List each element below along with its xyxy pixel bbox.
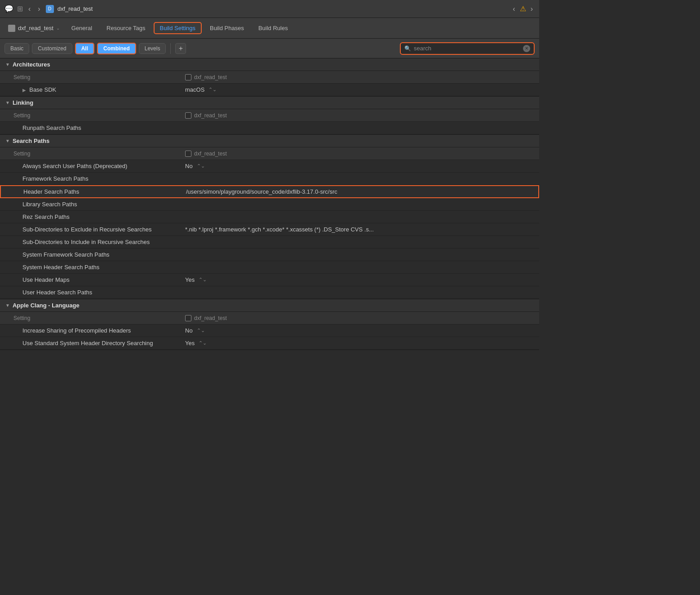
table-row[interactable]: Use Standard System Header Directory Sea… [0, 337, 539, 350]
table-row[interactable]: Library Search Paths [0, 198, 539, 211]
stepper-icon: ⌃⌄ [199, 277, 207, 283]
col-value [180, 265, 539, 270]
col-setting: Runpath Search Paths [0, 122, 180, 133]
section-architectures-header[interactable]: ▼ Architectures [0, 58, 539, 71]
header-search-paths-row[interactable]: Header Search Paths /users/simon/playgro… [0, 185, 539, 198]
table-row[interactable]: ▶ Base SDK macOS ⌃⌄ [0, 84, 539, 96]
tab-general[interactable]: General [65, 22, 98, 34]
section-apple-clang-header[interactable]: ▼ Apple Clang - Language [0, 299, 539, 312]
col-value [180, 290, 539, 295]
table-row[interactable]: System Header Search Paths [0, 261, 539, 274]
linking-table: Setting dxf_read_test Runpath Search Pat… [0, 109, 539, 134]
warning-icon: ⚠ [520, 4, 526, 13]
filter-basic-button[interactable]: Basic [4, 43, 29, 54]
table-row[interactable]: Framework Search Paths [0, 173, 539, 185]
project-icon [8, 25, 15, 32]
chevron-icon: ⌄ [56, 26, 60, 31]
col-setting: Use Standard System Header Directory Sea… [0, 337, 180, 349]
filter-levels-button[interactable]: Levels [139, 43, 166, 54]
header-value-text: dxf_read_test [194, 151, 227, 157]
col-setting: Framework Search Paths [0, 173, 180, 184]
section-linking: ▼ Linking Setting dxf_read_test Runpath … [0, 97, 539, 135]
search-paths-table: Setting dxf_read_test Always Search User… [0, 147, 539, 299]
col-value: No ⌃⌄ [180, 325, 539, 336]
col-setting: ▶ Base SDK [0, 84, 180, 95]
table-row[interactable]: System Framework Search Paths [0, 249, 539, 261]
filter-customized-button[interactable]: Customized [32, 43, 72, 54]
project-selector[interactable]: dxf_read_test ⌄ [4, 23, 63, 34]
col-setting-header: Setting [0, 110, 180, 121]
project-value-icon [185, 74, 191, 80]
col-setting-header: Setting [0, 148, 180, 159]
apple-clang-table: Setting dxf_read_test Increase Sharing o… [0, 312, 539, 350]
col-value: Yes ⌃⌄ [180, 337, 539, 349]
col-value-header: dxf_read_test [180, 110, 539, 121]
table-row[interactable]: Use Header Maps Yes ⌃⌄ [0, 274, 539, 286]
search-input[interactable] [414, 45, 520, 52]
table-row[interactable]: Always Search User Paths (Deprecated) No… [0, 160, 539, 173]
tab-build-rules[interactable]: Build Rules [252, 22, 294, 34]
col-setting: System Framework Search Paths [0, 249, 180, 260]
expand-arrow-icon: ▶ [22, 88, 26, 93]
filter-add-button[interactable]: + [175, 43, 186, 54]
project-value-icon [185, 315, 191, 321]
titlebar-title: dxf_read_test [58, 5, 93, 12]
search-box: 🔍 ✕ [400, 42, 535, 55]
col-value: No ⌃⌄ [180, 160, 539, 172]
col-setting: Library Search Paths [0, 199, 180, 210]
titlebar: 💬 ⊞ ‹ › D dxf_read_test ‹ ⚠ › [0, 0, 539, 18]
table-row[interactable]: Increase Sharing of Precompiled Headers … [0, 324, 539, 337]
section-architectures: ▼ Architectures Setting dxf_read_test ▶ [0, 58, 539, 97]
col-value [180, 240, 539, 244]
col-value [180, 215, 539, 219]
project-value-icon [185, 151, 191, 157]
nav-forward-button[interactable]: › [36, 4, 42, 14]
col-setting: User Header Search Paths [0, 287, 180, 298]
col-setting-header: Setting [0, 72, 180, 83]
col-value: *.nib *.lproj *.framework *.gch *.xcode*… [180, 224, 539, 235]
nav-prev-button[interactable]: ‹ [511, 4, 517, 14]
tab-resource-tags[interactable]: Resource Tags [100, 22, 151, 34]
table-row[interactable]: Runpath Search Paths [0, 122, 539, 134]
col-setting-header-search: Header Search Paths [1, 186, 181, 197]
filter-combined-button[interactable]: Combined [97, 43, 136, 54]
header-value-text: dxf_read_test [194, 74, 227, 80]
section-toggle-icon: ▼ [5, 303, 10, 308]
stepper-icon: ⌃⌄ [199, 340, 207, 346]
filter-all-button[interactable]: All [75, 43, 94, 54]
section-toggle-icon: ▼ [5, 62, 10, 67]
table-row[interactable]: Sub-Directories to Include in Recursive … [0, 236, 539, 249]
header-value-text: dxf_read_test [194, 315, 227, 321]
filter-bar: Basic Customized All Combined Levels + 🔍… [0, 39, 539, 58]
main-layout: ▼ Architectures Setting dxf_read_test ▶ [0, 58, 539, 350]
table-row: Setting dxf_read_test [0, 109, 539, 122]
col-setting: Sub-Directories to Include in Recursive … [0, 236, 180, 248]
section-linking-title: Linking [13, 99, 33, 106]
section-search-paths-title: Search Paths [13, 138, 49, 144]
col-setting: Increase Sharing of Precompiled Headers [0, 325, 180, 336]
stepper-icon: ⌃⌄ [197, 163, 205, 169]
table-row[interactable]: User Header Search Paths [0, 286, 539, 299]
search-clear-button[interactable]: ✕ [523, 45, 530, 52]
col-setting: Sub-Directories to Exclude in Recursive … [0, 224, 180, 235]
col-setting: Rez Search Paths [0, 211, 180, 222]
nav-back-button[interactable]: ‹ [27, 4, 32, 14]
tab-build-settings[interactable]: Build Settings [154, 22, 202, 34]
col-value-header-search: /users/simon/playground/source_code/dxfl… [181, 186, 538, 197]
tab-bar: dxf_read_test ⌄ General Resource Tags Bu… [0, 18, 539, 39]
table-row[interactable]: Sub-Directories to Exclude in Recursive … [0, 223, 539, 236]
grid-icon: ⊞ [17, 4, 23, 13]
project-value-icon [185, 112, 191, 119]
section-apple-clang: ▼ Apple Clang - Language Setting dxf_rea… [0, 299, 539, 350]
tab-build-phases[interactable]: Build Phases [204, 22, 250, 34]
section-linking-header[interactable]: ▼ Linking [0, 97, 539, 109]
nav-next-button[interactable]: › [529, 4, 535, 14]
section-search-paths-header[interactable]: ▼ Search Paths [0, 135, 539, 147]
table-row[interactable]: Rez Search Paths [0, 211, 539, 223]
col-value [180, 177, 539, 181]
section-toggle-icon: ▼ [5, 138, 10, 143]
main-content: ▼ Architectures Setting dxf_read_test ▶ [0, 58, 539, 350]
titlebar-right-nav: ‹ ⚠ › [511, 4, 535, 14]
filter-divider [170, 43, 171, 54]
section-apple-clang-title: Apple Clang - Language [13, 302, 80, 309]
